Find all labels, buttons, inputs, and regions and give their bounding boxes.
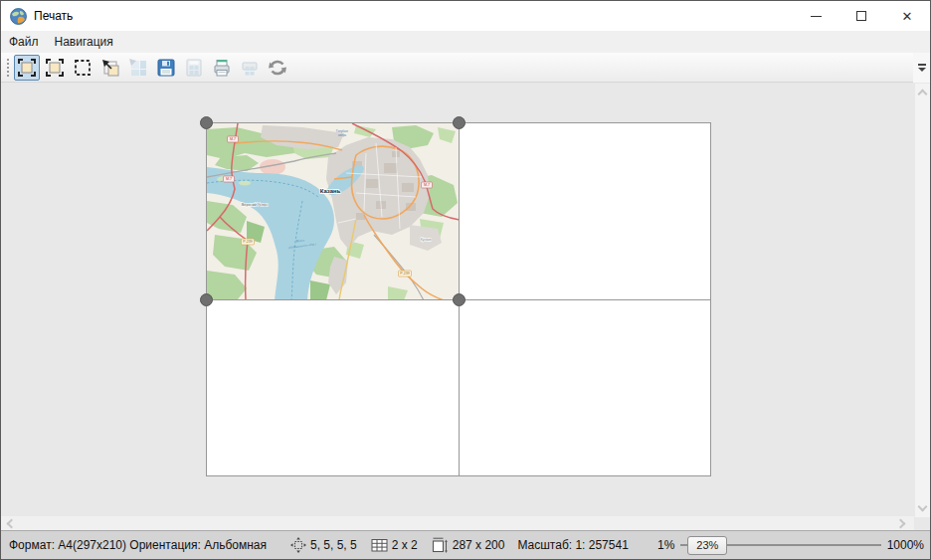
map-svg: М-7 М-7 М-7 Р-239 Р-239 Казань Верхний У…	[207, 123, 460, 300]
overflow-icon	[918, 64, 926, 66]
window-title: Печать	[34, 9, 73, 23]
map-city-label: Казань	[320, 188, 341, 194]
title-bar: Печать ✕	[1, 1, 930, 31]
move-frame-icon	[100, 58, 120, 78]
resize-handle-top-left[interactable]	[200, 116, 213, 129]
grid-icon	[371, 537, 388, 553]
sheet-size-icon	[432, 537, 449, 553]
menu-bar: Файл Навигация	[1, 31, 930, 53]
map-preview[interactable]: М-7 М-7 М-7 Р-239 Р-239 Казань Верхний У…	[207, 123, 460, 300]
refresh-button[interactable]	[265, 55, 290, 81]
zoom-slider-thumb[interactable]: 23%	[687, 536, 727, 555]
road-shield: М-7	[424, 183, 430, 187]
print-preview-canvas: М-7 М-7 М-7 Р-239 Р-239 Казань Верхний У…	[1, 84, 931, 532]
toolbar-grip[interactable]	[5, 57, 10, 79]
save-button[interactable]	[153, 55, 179, 81]
zoom-min-label: 1%	[657, 538, 674, 552]
resize-handle-top-right[interactable]	[453, 116, 466, 129]
sheet-size-status: 287 x 200	[432, 537, 505, 553]
close-button[interactable]: ✕	[884, 1, 930, 31]
resize-handle-bottom-left[interactable]	[200, 293, 213, 306]
vertical-scrollbar[interactable]	[915, 84, 931, 517]
print-icon	[212, 58, 232, 78]
fit-frame-icon	[45, 58, 65, 78]
menu-navigation[interactable]: Навигация	[47, 31, 121, 53]
toolbar	[1, 53, 930, 83]
map-settlement-label: Куюки	[421, 238, 432, 242]
minimize-icon	[811, 16, 822, 17]
scroll-left-icon[interactable]	[7, 519, 17, 529]
sheet-size-value: 287 x 200	[453, 538, 505, 552]
globe-icon	[10, 8, 27, 25]
grid-value: 2 x 2	[392, 538, 418, 552]
scroll-down-icon[interactable]	[918, 502, 928, 512]
save-tiles-icon	[184, 58, 204, 78]
split-tiles-button[interactable]	[125, 55, 151, 81]
print-button[interactable]	[209, 55, 235, 81]
road-shield: Р-239	[243, 240, 253, 244]
move-frame-button[interactable]	[97, 55, 123, 81]
scroll-right-icon[interactable]	[896, 519, 906, 529]
margins-status: 5, 5, 5, 5	[290, 537, 357, 553]
save-icon	[156, 58, 176, 78]
fit-map-to-sheet-button[interactable]	[14, 55, 40, 81]
print-window: Печать ✕ Файл Навигация	[0, 0, 931, 560]
road-shield: М-7	[230, 137, 236, 141]
zoom-max-label: 1000%	[887, 538, 924, 552]
sheet-cell-3[interactable]	[207, 300, 459, 476]
map-reserve-label: озёра	[338, 133, 346, 137]
scroll-up-icon[interactable]	[918, 90, 928, 99]
print-tiles-button[interactable]	[237, 55, 263, 81]
save-tiles-button[interactable]	[181, 55, 207, 81]
road-shield: М-7	[226, 177, 232, 181]
fit-map-to-frame-button[interactable]	[42, 55, 68, 81]
road-shield: Р-239	[400, 272, 410, 276]
maximize-button[interactable]	[838, 1, 884, 31]
maximize-icon	[856, 11, 866, 21]
margins-icon	[290, 537, 306, 553]
print-tiles-icon	[240, 58, 260, 78]
sheet-cell-2[interactable]	[460, 123, 711, 299]
zoom-track-right[interactable]	[727, 544, 880, 546]
status-bar: Формат: A4(297x210) Ориентация: Альбомна…	[1, 530, 930, 559]
refresh-icon	[268, 58, 287, 78]
sheet-cell-4[interactable]	[460, 300, 711, 476]
minimize-button[interactable]	[793, 1, 838, 31]
sheet-grid: М-7 М-7 М-7 Р-239 Р-239 Казань Верхний У…	[206, 122, 711, 476]
menu-file[interactable]: Файл	[1, 31, 47, 53]
select-frame-icon	[73, 58, 93, 78]
resize-handle-bottom-right[interactable]	[453, 293, 466, 306]
grid-status: 2 x 2	[371, 537, 418, 553]
margins-value: 5, 5, 5, 5	[310, 538, 357, 552]
tiles-icon	[128, 58, 148, 78]
format-status: Формат: A4(297x210) Ориентация: Альбомна…	[9, 538, 267, 552]
map-settlement-label: Верхний Услон	[242, 203, 269, 207]
fit-sheet-icon	[17, 58, 37, 78]
zoom-track-left[interactable]	[680, 544, 687, 546]
scale-status: Масштаб: 1: 257541	[517, 538, 628, 552]
close-icon: ✕	[902, 10, 913, 23]
toolbar-overflow-button[interactable]	[913, 53, 930, 83]
select-frame-button[interactable]	[70, 55, 95, 81]
zoom-slider: 1% 23% 1000%	[657, 536, 924, 555]
